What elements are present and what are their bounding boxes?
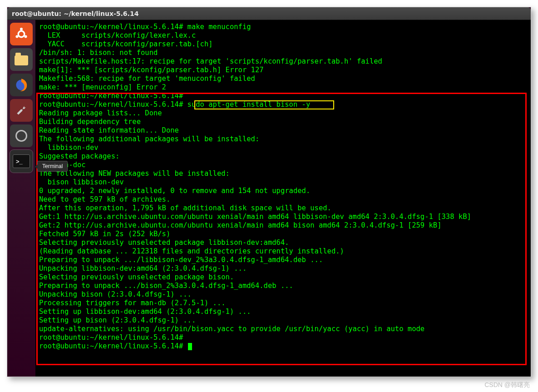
settings-icon[interactable] (10, 99, 33, 122)
terminal-output[interactable]: root@ubuntu:~/kernel/linux-5.6.14# make … (35, 20, 531, 353)
files-icon[interactable] (10, 48, 33, 71)
window-titlebar[interactable]: root@ubuntu: ~/kernel/linux-5.6.14 (7, 7, 531, 20)
watermark: CSDN @韩曙亮 (484, 381, 530, 389)
window-body: >_ Terminal root@ubuntu:~/kernel/linux-5… (7, 20, 531, 377)
terminal-glyph-icon: >_ (13, 154, 30, 168)
launcher-tooltip: Terminal (37, 161, 68, 172)
firefox-icon[interactable] (10, 74, 33, 96)
folder-icon (15, 55, 28, 65)
system-settings-icon[interactable] (10, 124, 33, 147)
cursor (188, 343, 192, 350)
svg-point-0 (18, 31, 25, 37)
ubuntu-logo-icon (14, 26, 29, 42)
terminal-pane[interactable]: root@ubuntu:~/kernel/linux-5.6.14# make … (35, 20, 531, 377)
svg-point-2 (15, 35, 18, 38)
wrench-icon (14, 103, 29, 118)
ubuntu-dash-icon[interactable] (10, 23, 33, 45)
unity-launcher: >_ (7, 20, 35, 377)
gear-icon (15, 130, 27, 142)
terminal-icon[interactable]: >_ (10, 150, 33, 173)
firefox-logo-icon (13, 77, 30, 93)
svg-point-3 (24, 35, 27, 38)
svg-point-1 (20, 28, 23, 30)
window-title: root@ubuntu: ~/kernel/linux-5.6.14 (12, 10, 138, 17)
desktop: root@ubuntu: ~/kernel/linux-5.6.14 (7, 7, 531, 377)
